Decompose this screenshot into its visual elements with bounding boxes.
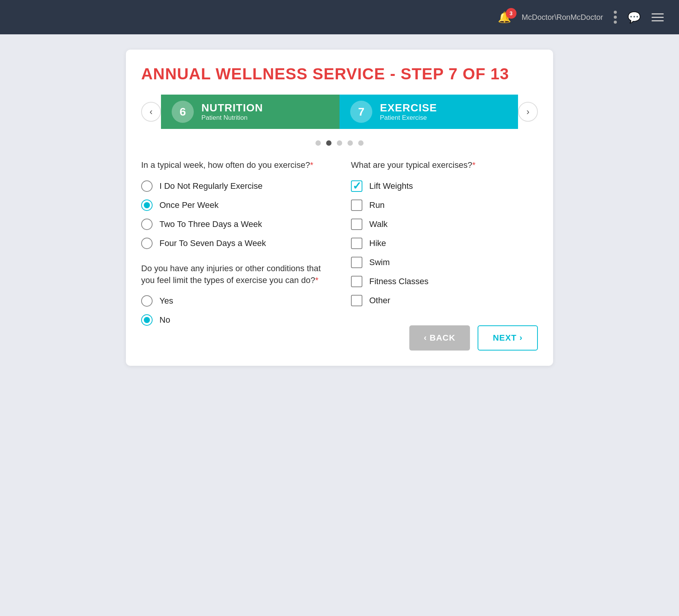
dot-2[interactable] [326,140,331,146]
pagination-dots [141,140,538,146]
checkbox-hike[interactable]: Hike [351,238,538,249]
tab-nutrition[interactable]: 6 NUTRITION Patient Nutrition [161,95,340,129]
checkbox-label-walk: Walk [369,219,388,229]
checkbox-label-hike: Hike [369,238,386,248]
radio-circle-yes[interactable] [141,295,153,307]
checkbox-box-lift-weights[interactable]: ✓ [351,180,362,192]
form-columns: In a typical week, how often do you exer… [141,159,538,351]
checkbox-box-fitness-classes[interactable] [351,276,362,287]
checkbox-box-swim[interactable] [351,257,362,268]
checkbox-label-other: Other [369,296,390,306]
radio-once-week[interactable]: Once Per Week [141,199,328,211]
radio-label-no-exercise: I Do Not Regularly Exercise [159,181,262,191]
dot-middle [614,16,617,19]
hamburger-menu[interactable] [652,13,664,21]
right-column: What are your typical exercises?* ✓ Lift… [351,159,538,351]
radio-label-yes: Yes [159,296,173,306]
exercise-frequency-question: In a typical week, how often do you exer… [141,159,328,171]
radio-label-no: No [159,315,170,325]
checkbox-label-swim: Swim [369,257,390,267]
tabs-container: ‹ 6 NUTRITION Patient Nutrition 7 EXERCI… [141,95,538,129]
checkmark-lift-weights: ✓ [352,181,361,191]
tab-6-number: 6 [172,101,194,123]
page-title: ANNUAL WELLNESS SERVICE - STEP 7 OF 13 [141,65,538,83]
required-star-3: * [472,160,476,170]
checkbox-fitness-classes[interactable]: Fitness Classes [351,276,538,287]
checkbox-walk[interactable]: Walk [351,219,538,230]
main-card: ANNUAL WELLNESS SERVICE - STEP 7 OF 13 ‹… [126,50,553,366]
radio-circle-four-seven[interactable] [141,238,153,249]
left-column: In a typical week, how often do you exer… [141,159,328,351]
checkbox-box-other[interactable] [351,295,362,306]
menu-line-2 [652,17,664,18]
username-label: McDoctor\RonMcDoctor [522,13,603,22]
radio-circle-once-week[interactable] [141,199,153,211]
radio-no[interactable]: No [141,314,328,326]
tabs-row: 6 NUTRITION Patient Nutrition 7 EXERCISE… [161,95,518,129]
tab-7-number: 7 [350,101,372,123]
menu-line-3 [652,20,664,21]
user-menu-dots[interactable] [614,11,617,24]
tab-6-title: NUTRITION [201,102,263,114]
tab-7-text: EXERCISE Patient Exercise [380,102,437,122]
checkbox-box-hike[interactable] [351,238,362,249]
checkbox-label-run: Run [369,200,385,210]
typical-exercises-question: What are your typical exercises?* [351,159,538,171]
dot-1[interactable] [315,140,321,146]
radio-circle-no-exercise[interactable] [141,180,153,192]
injuries-question: Do you have any injuries or other condit… [141,263,328,286]
radio-label-four-seven: Four To Seven Days a Week [159,238,266,248]
required-star-2: * [315,275,319,285]
tab-7-subtitle: Patient Exercise [380,114,437,122]
next-button[interactable]: NEXT › [478,325,538,351]
radio-four-seven[interactable]: Four To Seven Days a Week [141,238,328,249]
checkbox-run[interactable]: Run [351,199,538,211]
dot-5[interactable] [358,140,364,146]
dot-bottom [614,21,617,24]
prev-tab-button[interactable]: ‹ [141,102,161,122]
chat-icon[interactable]: 💬 [628,11,641,24]
next-tab-button[interactable]: › [518,102,538,122]
dot-4[interactable] [348,140,353,146]
checkbox-other[interactable]: Other [351,295,538,306]
checkbox-box-walk[interactable] [351,219,362,230]
required-star-1: * [310,160,314,170]
checkbox-label-fitness-classes: Fitness Classes [369,277,428,286]
dot-3[interactable] [337,140,342,146]
topbar: 🔔 3 McDoctor\RonMcDoctor 💬 [0,0,679,34]
radio-circle-two-three[interactable] [141,219,153,230]
radio-label-two-three: Two To Three Days a Week [159,219,262,229]
section-gap: Do you have any injuries or other condit… [141,263,328,326]
menu-line-1 [652,13,664,14]
tab-exercise[interactable]: 7 EXERCISE Patient Exercise [340,95,518,129]
radio-label-once-week: Once Per Week [159,200,219,210]
tab-6-subtitle: Patient Nutrition [201,114,263,122]
dot-top [614,11,617,14]
checkbox-swim[interactable]: Swim [351,257,538,268]
tab-6-text: NUTRITION Patient Nutrition [201,102,263,122]
main-wrapper: ANNUAL WELLNESS SERVICE - STEP 7 OF 13 ‹… [0,34,679,381]
notification-bell[interactable]: 🔔 3 [498,11,511,24]
radio-two-three[interactable]: Two To Three Days a Week [141,219,328,230]
radio-circle-no[interactable] [141,314,153,326]
checkbox-box-run[interactable] [351,199,362,211]
checkbox-lift-weights[interactable]: ✓ Lift Weights [351,180,538,192]
footer-buttons: ‹ BACK NEXT › [351,325,538,351]
radio-no-exercise[interactable]: I Do Not Regularly Exercise [141,180,328,192]
checkbox-label-lift-weights: Lift Weights [369,181,413,191]
tab-7-title: EXERCISE [380,102,437,114]
back-button[interactable]: ‹ BACK [409,325,470,351]
radio-yes[interactable]: Yes [141,295,328,307]
notification-badge: 3 [506,8,516,19]
